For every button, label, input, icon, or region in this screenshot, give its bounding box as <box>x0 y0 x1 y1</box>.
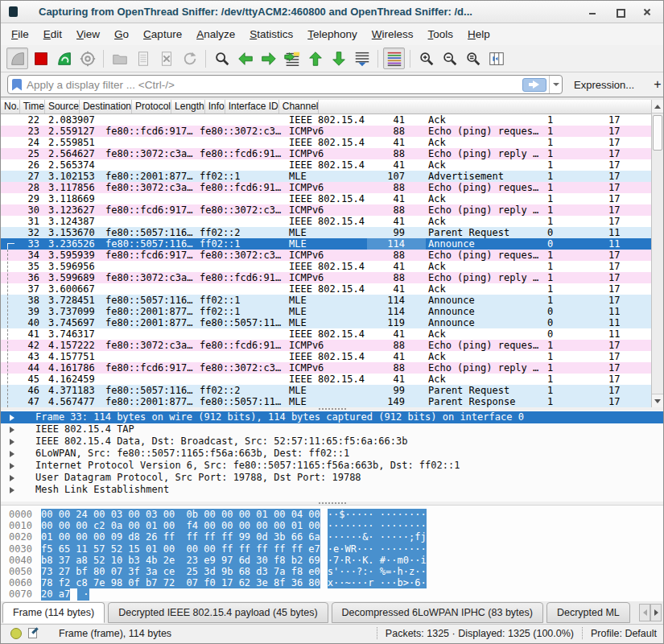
hex-row[interactable]: 001000 00 00 c2 0a 00 01 00 f4 00 00 00 … <box>1 520 663 531</box>
restart-capture-icon[interactable] <box>53 47 75 69</box>
packet-row[interactable]: 37 3.600667 IEEE 802.15.4 41 Ack 1 17 <box>1 283 651 295</box>
packet-row[interactable]: 25 2.564627 fe80::3072:c3a… fe80::fcd6:9… <box>1 148 651 159</box>
detail-line[interactable]: Frame 33: 114 bytes on wire (912 bits), … <box>1 411 663 423</box>
packet-row[interactable]: 28 3.117856 fe80::3072:c3a… fe80::fcd6:9… <box>1 182 651 193</box>
packet-row[interactable]: 35 3.596956 IEEE 802.15.4 41 Ack 1 17 <box>1 261 651 272</box>
colorize-icon[interactable] <box>383 47 405 69</box>
menu-item[interactable]: View <box>69 25 107 43</box>
display-filter-input[interactable] <box>27 76 522 93</box>
column-header[interactable]: Time <box>20 100 45 114</box>
byte-view-tab[interactable]: Decrypted IEEE 802.15.4 payload (45 byte… <box>108 602 328 623</box>
apply-filter-button[interactable] <box>522 78 546 92</box>
packet-row[interactable]: 47 4.567477 fe80::2001:877… fe80::5057:1… <box>1 396 651 407</box>
go-forward-icon[interactable] <box>258 47 279 69</box>
packet-row[interactable]: 23 2.559127 fe80::fcd6:917… fe80::3072:c… <box>1 126 651 137</box>
column-header[interactable]: Source <box>45 100 80 114</box>
close-file-icon[interactable] <box>155 47 177 69</box>
expert-info-icon[interactable] <box>10 628 22 639</box>
menu-item[interactable]: Wireless <box>365 25 421 43</box>
packet-row[interactable]: 34 3.595939 fe80::fcd6:917… fe80::3072:c… <box>1 250 651 261</box>
go-to-packet-icon[interactable] <box>281 47 303 69</box>
byte-view-tab[interactable]: Decrypted ML <box>546 602 630 623</box>
close-icon[interactable] <box>642 7 652 17</box>
packet-row[interactable]: 22 2.083907 IEEE 802.15.4 41 Ack 1 17 <box>1 114 651 126</box>
menu-item[interactable]: Go <box>107 25 136 43</box>
menu-item[interactable]: Tools <box>421 25 461 43</box>
auto-scroll-icon[interactable] <box>351 47 373 69</box>
detail-line[interactable]: 6LoWPAN, Src: fe80::5057:1165:f56a:663b,… <box>1 448 663 460</box>
zoom-in-icon[interactable] <box>415 47 437 69</box>
byte-view-tab[interactable]: Frame (114 bytes) <box>2 602 105 623</box>
column-header[interactable]: Channel <box>279 100 320 114</box>
capture-comment-icon[interactable] <box>28 628 39 639</box>
packet-list-scrollbar[interactable] <box>651 100 663 407</box>
hex-row[interactable]: 0030f5 65 11 57 52 15 01 00 00 00 ff ff … <box>1 543 663 555</box>
detail-line[interactable]: Internet Protocol Version 6, Src: fe80::… <box>1 460 663 472</box>
packet-row[interactable]: 32 3.153670 fe80::5057:116… ff02::2 MLE … <box>1 227 651 238</box>
scroll-up-icon[interactable] <box>652 100 663 114</box>
packet-row[interactable]: 40 3.745697 fe80::2001:877… fe80::5057:1… <box>1 317 651 328</box>
packet-row[interactable]: 42 4.157222 fe80::3072:c3a… fe80::fcd6:9… <box>1 340 651 351</box>
expression-button[interactable]: Expression... <box>574 79 634 91</box>
packet-row[interactable]: 44 4.161786 fe80::fcd6:917… fe80::3072:c… <box>1 362 651 374</box>
go-last-icon[interactable] <box>328 47 349 69</box>
add-filter-button[interactable]: + <box>654 77 661 92</box>
filter-history-dropdown[interactable] <box>549 75 562 94</box>
packet-row[interactable]: 26 2.565374 IEEE 802.15.4 41 Ack 1 17 <box>1 159 651 171</box>
start-capture-icon[interactable] <box>6 47 28 69</box>
packet-row[interactable]: 24 2.559851 IEEE 802.15.4 41 Ack 1 17 <box>1 137 651 148</box>
tab-scroll-left-icon[interactable] <box>639 604 650 621</box>
packet-details-pane[interactable]: Frame 33: 114 bytes on wire (912 bits), … <box>1 411 663 502</box>
status-profile[interactable]: Profile: Default <box>591 628 657 639</box>
tab-scroll-right-icon[interactable] <box>650 604 662 621</box>
scrollbar-thumb[interactable] <box>653 115 662 151</box>
column-header[interactable]: Destination <box>80 100 132 114</box>
hex-row[interactable]: 007020 a7 · <box>1 588 663 600</box>
go-back-icon[interactable] <box>234 47 256 69</box>
packet-row[interactable]: 31 3.124387 IEEE 802.15.4 41 Ack 1 17 <box>1 216 651 227</box>
packet-row[interactable]: 29 3.118669 IEEE 802.15.4 41 Ack 1 17 <box>1 193 651 204</box>
resize-columns-icon[interactable] <box>485 47 507 69</box>
packet-list[interactable]: 22 2.083907 IEEE 802.15.4 41 Ack 1 17 23… <box>1 114 663 407</box>
menu-item[interactable]: Help <box>460 25 497 43</box>
reload-file-icon[interactable] <box>179 47 200 69</box>
detail-line[interactable]: Mesh Link Establishment <box>1 484 663 496</box>
find-packet-icon[interactable] <box>211 47 233 69</box>
minimize-icon[interactable] <box>588 7 597 17</box>
packet-row[interactable]: 33 3.236526 fe80::5057:116… ff02::1 MLE … <box>1 238 651 250</box>
column-header[interactable]: Info <box>205 100 225 114</box>
packet-row[interactable]: 36 3.599689 fe80::3072:c3a… fe80::fcd6:9… <box>1 272 651 283</box>
go-first-icon[interactable] <box>304 47 326 69</box>
hex-row[interactable]: 002001 00 00 00 09 d8 26 ff ff ff ff 99 … <box>1 531 663 543</box>
packet-row[interactable]: 39 3.737099 fe80::2001:877… ff02::1 MLE … <box>1 306 651 317</box>
stop-capture-icon[interactable] <box>30 47 52 69</box>
packet-row[interactable]: 30 3.123627 fe80::fcd6:917… fe80::3072:c… <box>1 204 651 216</box>
byte-view-tab[interactable]: Decompressed 6LoWPAN IPHC (83 bytes) <box>332 602 543 623</box>
maximize-icon[interactable] <box>615 7 625 17</box>
packet-row[interactable]: 27 3.102153 fe80::2001:877… ff02::1 MLE … <box>1 171 651 182</box>
hex-row[interactable]: 006078 f2 c8 7e 98 0f b7 72 07 f0 17 62 … <box>1 577 663 588</box>
display-filter-field[interactable] <box>7 75 563 94</box>
detail-line[interactable]: IEEE 802.15.4 TAP <box>1 423 663 436</box>
packet-row[interactable]: 43 4.157751 IEEE 802.15.4 41 Ack 1 17 <box>1 351 651 362</box>
packet-bytes-pane[interactable]: 000000 00 24 00 03 00 03 00 0b 00 00 00 … <box>1 505 663 601</box>
menu-item[interactable]: Statistics <box>242 25 300 43</box>
hex-row[interactable]: 000000 00 24 00 03 00 03 00 0b 00 00 00 … <box>1 509 663 520</box>
packet-row[interactable]: 38 3.728451 fe80::5057:116… ff02::1 MLE … <box>1 295 651 306</box>
packet-row[interactable]: 45 4.162459 IEEE 802.15.4 41 Ack 1 17 <box>1 374 651 385</box>
capture-options-icon[interactable] <box>76 47 98 69</box>
open-file-icon[interactable] <box>109 47 130 69</box>
zoom-out-icon[interactable] <box>439 47 460 69</box>
zoom-reset-icon[interactable] <box>462 47 484 69</box>
menu-item[interactable]: File <box>4 25 36 43</box>
detail-line[interactable]: User Datagram Protocol, Src Port: 19788,… <box>1 472 663 484</box>
menu-item[interactable]: Telephony <box>300 25 365 43</box>
packet-row[interactable]: 41 3.746317 IEEE 802.15.4 41 Ack 0 11 <box>1 328 651 340</box>
bookmark-icon[interactable] <box>12 79 22 91</box>
save-file-icon[interactable] <box>132 47 154 69</box>
packet-row[interactable]: 46 4.371183 fe80::5057:116… ff02::2 MLE … <box>1 385 651 396</box>
menu-item[interactable]: Capture <box>136 25 189 43</box>
column-header[interactable]: No. <box>1 100 20 114</box>
menu-item[interactable]: Edit <box>36 25 69 43</box>
column-header[interactable]: Protocol <box>132 100 171 114</box>
